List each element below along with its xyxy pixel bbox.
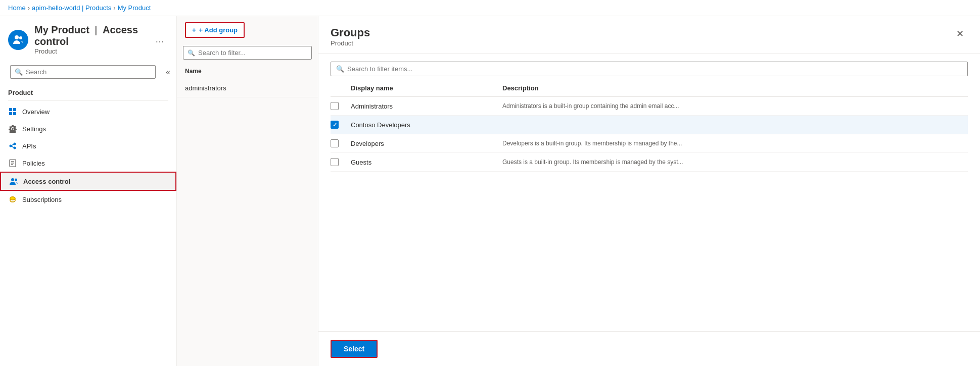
sidebar: My Product | Access control Product … 🔍 …: [0, 16, 177, 366]
add-group-button[interactable]: + + Add group: [185, 22, 245, 38]
sidebar-item-overview[interactable]: Overview: [0, 103, 176, 120]
svg-point-7: [14, 143, 16, 145]
checkbox-administrators[interactable]: [331, 102, 339, 110]
checkbox-header-cell: [331, 84, 351, 92]
sidebar-divider: [8, 100, 168, 101]
svg-rect-5: [13, 112, 16, 115]
middle-toolbar: + + Add group: [177, 16, 318, 44]
avatar: [8, 30, 28, 50]
sidebar-item-apis-label: APIs: [22, 142, 36, 150]
sidebar-item-access-control-label: Access control: [23, 178, 70, 185]
sidebar-item-subscriptions[interactable]: Subscriptions: [0, 191, 176, 208]
svg-point-1: [19, 36, 22, 39]
svg-point-15: [11, 178, 14, 181]
svg-point-8: [14, 147, 16, 149]
checkbox-guests[interactable]: [331, 158, 339, 166]
apis-icon: [8, 141, 17, 150]
dialog-close-button[interactable]: ✕: [952, 26, 968, 41]
dialog-subtitle: Product: [331, 39, 370, 47]
middle-search-icon: 🔍: [188, 49, 195, 57]
svg-rect-4: [9, 112, 12, 115]
middle-panel: + + Add group 🔍 Name administrators: [177, 16, 318, 366]
svg-rect-2: [9, 108, 12, 111]
name-contoso-developers: Contoso Developers: [351, 121, 502, 129]
subscriptions-icon: [8, 195, 17, 204]
dialog-search-icon: 🔍: [336, 65, 344, 73]
sidebar-main-title: My Product | Access control: [34, 24, 145, 47]
sidebar-item-policies[interactable]: Policies: [0, 154, 176, 172]
sidebar-item-access-control[interactable]: Access control: [0, 172, 176, 191]
checkbox-contoso-developers[interactable]: [331, 121, 339, 129]
desc-developers: Developers is a built-in group. Its memb…: [502, 140, 968, 147]
groups-dialog: Groups Product ✕ 🔍 Display name Descript…: [318, 16, 980, 366]
breadcrumb: Home › apim-hello-world | Products › My …: [0, 0, 980, 16]
sidebar-item-subscriptions-label: Subscriptions: [22, 196, 62, 203]
collapse-button[interactable]: «: [164, 66, 172, 79]
dialog-table: Display name Description Administrators …: [331, 80, 968, 331]
sidebar-nav: Overview Settings APIs Policies: [0, 103, 176, 208]
sidebar-search-box[interactable]: 🔍: [10, 65, 156, 79]
svg-point-6: [10, 145, 12, 147]
dialog-title: Groups: [331, 26, 370, 39]
add-group-label: + Add group: [199, 26, 238, 34]
breadcrumb-apim[interactable]: apim-hello-world | Products: [32, 4, 111, 12]
name-administrators: Administrators: [351, 102, 502, 110]
display-name-header: Display name: [351, 84, 502, 92]
breadcrumb-sep1: ›: [28, 4, 30, 12]
breadcrumb-sep2: ›: [113, 4, 115, 12]
sidebar-item-policies-label: Policies: [22, 160, 45, 167]
sidebar-item-settings-label: Settings: [22, 125, 46, 133]
description-header: Description: [502, 84, 968, 92]
svg-point-0: [15, 35, 19, 39]
breadcrumb-home[interactable]: Home: [8, 4, 26, 12]
table-row-developers[interactable]: Developers Developers is a built-in grou…: [331, 134, 968, 153]
sidebar-item-apis[interactable]: APIs: [0, 137, 176, 154]
sidebar-item-overview-label: Overview: [22, 108, 50, 116]
dialog-header: Groups Product ✕: [318, 16, 980, 54]
overview-icon: [8, 107, 17, 116]
sidebar-section-label: Product: [0, 85, 176, 98]
name-guests: Guests: [351, 159, 502, 166]
sidebar-header: My Product | Access control Product …: [0, 16, 176, 59]
dialog-footer: Select: [318, 331, 980, 366]
middle-item-administrators[interactable]: administrators: [177, 79, 318, 97]
add-icon: +: [192, 26, 196, 34]
sidebar-title-group: My Product | Access control Product: [34, 24, 145, 55]
table-row-guests[interactable]: Guests Guests is a built-in group. Its m…: [331, 153, 968, 172]
middle-search-box[interactable]: 🔍: [183, 46, 312, 60]
desc-administrators: Administrators is a built-in group conta…: [502, 102, 968, 110]
select-button[interactable]: Select: [331, 340, 378, 358]
svg-point-16: [15, 179, 17, 181]
table-row-contoso-developers[interactable]: Contoso Developers: [331, 116, 968, 134]
sidebar-more-button[interactable]: …: [151, 32, 168, 47]
svg-line-10: [12, 146, 14, 147]
svg-rect-3: [13, 108, 16, 111]
svg-line-9: [12, 144, 14, 145]
middle-col-name-header: Name: [177, 64, 318, 79]
sidebar-search-input[interactable]: [26, 68, 151, 76]
svg-point-18: [10, 197, 15, 200]
sidebar-search-icon: 🔍: [15, 68, 23, 76]
middle-search-input[interactable]: [198, 49, 307, 57]
checkbox-developers[interactable]: [331, 139, 339, 147]
desc-guests: Guests is a built-in group. Its membersh…: [502, 159, 968, 166]
policies-icon: [8, 159, 17, 168]
breadcrumb-product[interactable]: My Product: [118, 4, 151, 12]
settings-icon: [8, 124, 17, 133]
dialog-search-box[interactable]: 🔍: [331, 62, 968, 76]
name-developers: Developers: [351, 140, 502, 147]
sidebar-item-settings[interactable]: Settings: [0, 120, 176, 137]
table-row-administrators[interactable]: Administrators Administrators is a built…: [331, 97, 968, 116]
sidebar-subtitle: Product: [34, 47, 145, 55]
dialog-search-input[interactable]: [347, 65, 962, 73]
access-control-icon: [9, 177, 18, 186]
table-header: Display name Description: [331, 80, 968, 97]
